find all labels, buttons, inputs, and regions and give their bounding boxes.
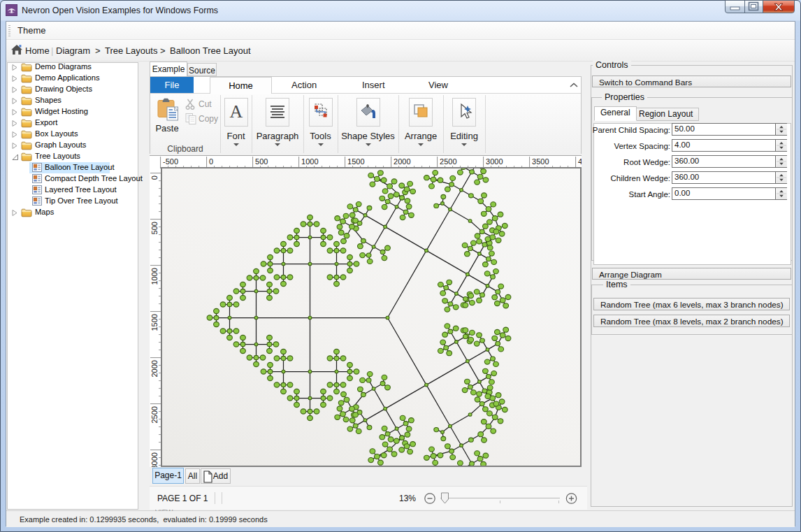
svg-text:2000: 2000 [151,360,159,377]
svg-text:0: 0 [151,175,159,180]
svg-text:3500: 3500 [532,157,549,166]
svg-text:2500: 2500 [151,406,159,423]
svg-text:2000: 2000 [394,157,410,166]
svg-text:1000: 1000 [301,157,318,166]
svg-text:1500: 1500 [151,314,159,331]
svg-text:A: A [229,101,243,122]
svg-text:500: 500 [151,222,159,234]
svg-text:1000: 1000 [151,268,159,285]
svg-text:3000: 3000 [151,452,159,467]
svg-text:4000: 4000 [578,157,582,166]
svg-text:-500: -500 [163,157,178,166]
svg-text:1500: 1500 [347,157,364,166]
svg-text:500: 500 [255,157,268,166]
svg-text:0: 0 [209,157,213,166]
svg-text:2500: 2500 [440,157,456,166]
svg-text:3000: 3000 [486,157,503,166]
